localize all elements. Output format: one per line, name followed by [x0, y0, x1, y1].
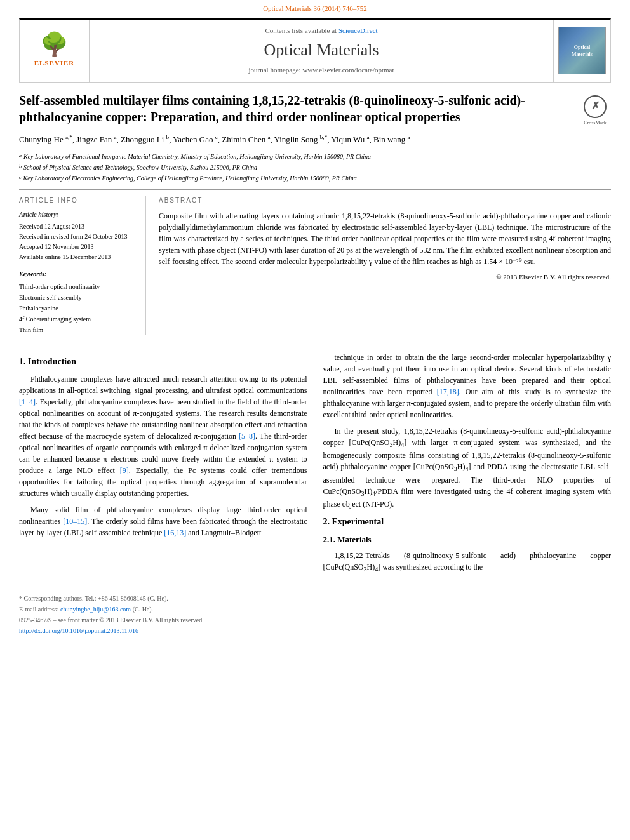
affil-text-c: Key Laboratory of Electronics Engineerin…	[23, 173, 357, 183]
journal-header: 🌳 ELSEVIER Contents lists available at S…	[19, 18, 611, 82]
abstract-header: ABSTRACT	[159, 196, 611, 205]
abstract-column: ABSTRACT Composite film with alternating…	[159, 196, 611, 335]
sciencedirect-anchor[interactable]: ScienceDirect	[338, 27, 378, 34]
received-date: Received 12 August 2013	[19, 222, 136, 232]
subsection-title-text: Materials	[337, 535, 371, 544]
elsevier-logo-section: 🌳 ELSEVIER	[20, 20, 90, 81]
footer: * Corresponding authors. Tel.: +86 451 8…	[0, 589, 630, 643]
elsevier-tree-icon: 🌳	[34, 33, 75, 56]
article-history-label: Article history:	[19, 210, 136, 219]
materials-paragraph: 1,8,15,22-Tetrakis (8-quinolineoxy-5-sul…	[323, 550, 612, 574]
journal-reference-bar: Optical Materials 36 (2014) 746–752	[0, 0, 630, 16]
author-chunying: Chunying He a,*,	[19, 135, 76, 144]
ref-9[interactable]: [9]	[120, 466, 129, 475]
keywords-section: Keywords: Third-order optical nonlineari…	[19, 270, 136, 335]
author-jingze: Jingze Fan a,	[76, 135, 121, 144]
keyword-3: Phthalocyanine	[19, 303, 136, 314]
accepted-date: Accepted 12 November 2013	[19, 242, 136, 252]
crossmark-icon: ✗	[584, 95, 607, 118]
divider-2	[19, 345, 611, 345]
keywords-label: Keywords:	[19, 270, 136, 279]
divider-1	[19, 189, 611, 190]
affiliations-section: a Key Laboratory of Functional Inorganic…	[19, 152, 611, 183]
body-two-column: 1. Introduction Phthalocyanine complexes…	[19, 352, 611, 579]
section-2-title: Experimental	[332, 517, 384, 526]
author-yachen: Yachen Gao c,	[173, 135, 222, 144]
ref-10-15[interactable]: [10–15]	[63, 517, 87, 526]
available-online-date: Available online 15 December 2013	[19, 252, 136, 262]
ref-1-4[interactable]: [1–4]	[19, 397, 36, 406]
section-2-number: 2.	[323, 517, 330, 526]
experimental-title: 2. Experimental	[323, 515, 612, 528]
copyright: © 2013 Elsevier B.V. All rights reserved…	[159, 272, 611, 282]
subsection-number: 2.1.	[323, 535, 336, 544]
article-title: Self-assembled multilayer films containi…	[19, 92, 573, 125]
elsevier-text: ELSEVIER	[34, 58, 75, 68]
affiliation-b: b School of Physical Science and Technol…	[19, 163, 611, 172]
right-paragraph-1: technique in order to obtain the the lar…	[323, 352, 612, 420]
introduction-title: 1. Introduction	[19, 355, 307, 368]
email-link[interactable]: chunyinghe_hlju@163.com	[60, 606, 131, 613]
article-info-column: ARTICLE INFO Article history: Received 1…	[19, 196, 146, 335]
doi-note: http://dx.doi.org/10.1016/j.optmat.2013.…	[19, 627, 611, 636]
ref-5-8[interactable]: [5–8]	[239, 432, 255, 441]
email-note: E-mail address: chunyinghe_hlju@163.com …	[19, 605, 611, 614]
affil-sup-c: c	[19, 174, 22, 182]
homepage-text: journal homepage: www.elsevier.com/locat…	[249, 66, 394, 74]
ref-16-13[interactable]: [16,13]	[164, 528, 186, 537]
right-paragraph-2: In the present study, 1,8,15,22-tetrakis…	[323, 425, 612, 510]
affil-sup-b: b	[19, 163, 22, 171]
author-yinglin: Yinglin Song b,*,	[274, 135, 332, 144]
author-bin: Bin wang a	[373, 135, 410, 144]
affiliation-a: a Key Laboratory of Functional Inorganic…	[19, 152, 611, 161]
crossmark-label: CrossMark	[584, 119, 607, 126]
journal-homepage: journal homepage: www.elsevier.com/locat…	[102, 65, 540, 75]
journal-thumbnail: OpticalMaterials	[558, 27, 606, 74]
keywords-list: Third-order optical nonlinearity Electro…	[19, 281, 136, 335]
body-right-column: technique in order to obtain the the lar…	[323, 352, 612, 579]
affil-text-a: Key Laboratory of Functional Inorganic M…	[23, 152, 371, 161]
journal-thumb-label: OpticalMaterials	[572, 44, 593, 58]
intro-paragraph-1: Phthalocyanine complexes have attracted …	[19, 373, 307, 499]
intro-paragraph-2: Many solid film of phthalocyanine comple…	[19, 504, 307, 538]
article-dates: Received 12 August 2013 Received in revi…	[19, 222, 136, 262]
author-zhongguo: Zhongguo Li b,	[121, 135, 173, 144]
keyword-2: Electronic self-assembly	[19, 292, 136, 303]
email-label: E-mail address:	[19, 606, 60, 613]
journal-title-section: Contents lists available at ScienceDirec…	[90, 20, 553, 81]
abstract-text: Composite film with alternating layers c…	[159, 210, 611, 267]
elsevier-logo: 🌳 ELSEVIER	[34, 33, 75, 68]
corresponding-author-note: * Corresponding authors. Tel.: +86 451 8…	[19, 594, 611, 603]
affiliation-c: c Key Laboratory of Electronics Engineer…	[19, 173, 611, 183]
body-content: 1. Introduction Phthalocyanine complexes…	[19, 352, 611, 579]
article-title-section: Self-assembled multilayer films containi…	[19, 92, 611, 126]
affil-sup-a: a	[19, 152, 22, 160]
email-suffix: (C. He).	[133, 606, 154, 613]
article-content: Self-assembled multilayer films containi…	[19, 83, 611, 579]
keyword-1: Third-order optical nonlinearity	[19, 281, 136, 292]
info-abstract-section: ARTICLE INFO Article history: Received 1…	[19, 196, 611, 335]
body-left-column: 1. Introduction Phthalocyanine complexes…	[19, 352, 307, 579]
authors-line: Chunying He a,*, Jingze Fan a, Zhongguo …	[19, 133, 611, 147]
article-info-header: ARTICLE INFO	[19, 196, 136, 205]
keyword-4: 4f Coherent imaging system	[19, 314, 136, 324]
journal-reference: Optical Materials 36 (2014) 746–752	[263, 4, 367, 12]
section-number: 1.	[19, 357, 26, 366]
issn-note: 0925-3467/$ – see front matter © 2013 El…	[19, 616, 611, 625]
keyword-5: Thin film	[19, 324, 136, 335]
ref-17-18[interactable]: [17,18]	[437, 387, 459, 396]
author-yiqun: Yiqun Wu a,	[331, 135, 373, 144]
doi-link[interactable]: http://dx.doi.org/10.1016/j.optmat.2013.…	[19, 627, 138, 634]
crossmark-badge[interactable]: ✗ CrossMark	[579, 95, 611, 126]
received-revised-date: Received in revised form 24 October 2013	[19, 232, 136, 242]
affil-text-b: School of Physical Science and Technolog…	[23, 163, 257, 172]
materials-subtitle: 2.1. Materials	[323, 533, 612, 546]
author-zhimin: Zhimin Chen a,	[222, 135, 274, 144]
page: Optical Materials 36 (2014) 746–752 🌳 EL…	[0, 0, 630, 840]
sciencedirect-link[interactable]: Contents lists available at ScienceDirec…	[102, 26, 540, 36]
sciencedirect-prefix: Contents lists available at	[265, 27, 338, 34]
journal-title: Optical Materials	[102, 39, 540, 62]
section-title-text: Introduction	[28, 357, 76, 366]
journal-thumbnail-section: OpticalMaterials	[553, 20, 610, 81]
